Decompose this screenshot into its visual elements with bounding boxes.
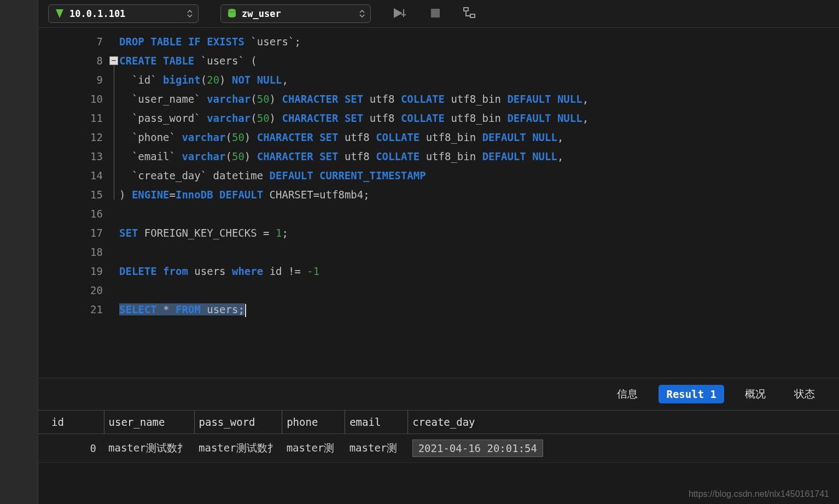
updown-icon <box>186 8 194 19</box>
table-header-row: iduser_namepass_wordphoneemailcreate_day <box>38 411 839 434</box>
connection-icon <box>54 8 65 19</box>
tab-info[interactable]: 信息 <box>609 384 645 405</box>
svg-rect-6 <box>431 9 440 17</box>
tab-status[interactable]: 状态 <box>786 384 823 405</box>
result-tabs: 信息 Result 1 概况 状态 <box>38 378 839 410</box>
fold-column: − <box>109 28 119 378</box>
database-icon <box>226 8 237 19</box>
updown-icon <box>358 8 366 19</box>
table-row[interactable]: 0master测试数扌master测试数扌master测master测2021-… <box>38 434 839 463</box>
footer-blank <box>38 462 839 484</box>
sql-editor[interactable]: 789101112131415161718192021 − DROP TABLE… <box>38 27 839 378</box>
col-id[interactable]: id <box>38 411 104 434</box>
line-gutter: 789101112131415161718192021 <box>38 28 109 378</box>
col-phone[interactable]: phone <box>282 411 345 434</box>
col-user_name[interactable]: user_name <box>104 411 194 434</box>
col-create_day[interactable]: create_day <box>408 411 839 434</box>
run-icon[interactable] <box>393 7 408 21</box>
svg-marker-0 <box>56 9 63 18</box>
result-grid[interactable]: iduser_namepass_wordphoneemailcreate_day… <box>38 410 839 462</box>
connection-dropdown[interactable]: 10.0.1.101 <box>48 4 199 23</box>
svg-rect-8 <box>470 14 475 17</box>
stop-icon[interactable] <box>430 8 441 20</box>
col-email[interactable]: email <box>345 411 408 434</box>
database-dropdown[interactable]: zw_user <box>220 4 371 23</box>
code-content[interactable]: DROP TABLE IF EXISTS `users`;CREATE TABL… <box>119 28 839 378</box>
svg-marker-3 <box>394 8 403 18</box>
database-label: zw_user <box>242 8 358 19</box>
watermark: https://blog.csdn.net/nlx1450161741 <box>38 484 839 504</box>
left-sidebar <box>0 0 38 504</box>
tab-overview[interactable]: 概况 <box>737 384 773 405</box>
explain-icon[interactable] <box>463 7 477 21</box>
connection-label: 10.0.1.101 <box>69 8 186 19</box>
fold-toggle[interactable]: − <box>109 56 118 65</box>
svg-rect-7 <box>464 8 468 11</box>
tab-result[interactable]: Result 1 <box>659 385 724 403</box>
col-pass_word[interactable]: pass_word <box>194 411 282 434</box>
toolbar: 10.0.1.101 zw_user <box>38 0 839 27</box>
